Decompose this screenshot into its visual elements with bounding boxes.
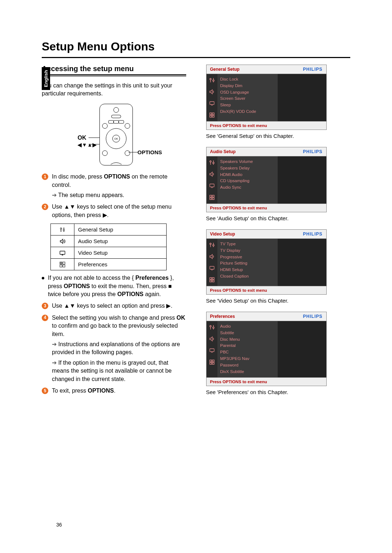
svg-rect-44 — [212, 360, 214, 362]
audio-setup-icon — [51, 235, 74, 247]
osd-item: Sleep — [220, 102, 275, 108]
svg-rect-14 — [60, 251, 65, 254]
svg-rect-38 — [210, 280, 212, 282]
title-rule — [42, 57, 350, 58]
video-setup-icon — [209, 347, 215, 354]
osd-item: Closed Caption — [220, 273, 275, 280]
osd-panel: Audio SetupPHILIPSSpeakers VolumeSpeaker… — [206, 147, 327, 212]
step-badge-5: 5 — [42, 388, 48, 394]
osd-item: TV Display — [220, 247, 275, 254]
osd-items: Speakers VolumeSpeakers DelayHDMI AudioC… — [217, 156, 278, 204]
audio-setup-icon — [209, 336, 215, 342]
svg-rect-46 — [212, 362, 214, 364]
osd-title: Audio Setup — [210, 149, 236, 154]
osd-item: DivX Subtitle — [220, 369, 275, 375]
svg-point-2 — [102, 123, 107, 128]
remote-ok-label: OK — [78, 135, 86, 141]
svg-rect-21 — [210, 102, 214, 105]
remote-illustration: OK OK ◀▼▲▶ OPTIONS — [60, 104, 168, 165]
svg-rect-42 — [210, 349, 214, 352]
svg-point-41 — [213, 327, 214, 328]
osd-item: Picture Setting — [220, 260, 275, 267]
osd-item: TV Type — [220, 241, 275, 247]
svg-point-13 — [63, 229, 65, 231]
osd-item: Display Dim — [220, 83, 275, 89]
philips-logo: PHILIPS — [303, 232, 323, 237]
menu-prefs: Preferences — [74, 259, 167, 270]
audio-setup-icon — [209, 253, 215, 260]
svg-rect-5 — [114, 120, 119, 123]
menu-video: Video Setup — [74, 247, 167, 259]
svg-rect-28 — [210, 184, 214, 187]
menu-audio: Audio Setup — [74, 235, 167, 247]
svg-rect-18 — [63, 265, 65, 267]
language-tab: English — [42, 67, 50, 90]
osd-item: Disc Lock — [220, 76, 275, 83]
philips-logo: PHILIPS — [303, 67, 323, 72]
osd-item: Progressive — [220, 254, 275, 261]
svg-point-19 — [210, 78, 211, 80]
svg-point-40 — [210, 325, 211, 327]
video-setup-icon — [209, 265, 215, 271]
svg-rect-39 — [212, 280, 214, 282]
svg-rect-30 — [212, 195, 214, 197]
osd-item: Screen Saver — [220, 95, 275, 102]
svg-rect-32 — [212, 198, 214, 200]
audio-setup-icon — [209, 89, 215, 95]
osd-item: Parental — [220, 343, 275, 349]
osd-title: General Setup — [210, 67, 240, 72]
general-setup-icon — [209, 242, 215, 248]
step-3: 3 Use ▲▼ keys to select an option and pr… — [42, 302, 186, 310]
svg-rect-6 — [119, 120, 124, 123]
osd-panel: General SetupPHILIPSDisc LockDisplay Dim… — [206, 65, 327, 130]
osd-item: Speakers Delay — [220, 165, 275, 172]
osd-item: Subtitle — [220, 330, 275, 336]
osd-item: HDMI Setup — [220, 267, 275, 273]
osd-caption: See 'Audio Setup' on this Chapter. — [206, 215, 351, 221]
video-setup-icon — [209, 100, 215, 107]
osd-item: Audio Sync — [220, 184, 275, 191]
svg-rect-43 — [210, 360, 212, 362]
svg-point-3 — [125, 123, 130, 128]
menu-table: General Setup Audio Setup Video Setup Pr… — [50, 224, 167, 270]
osd-item: OSD Language — [220, 89, 275, 96]
osd-items: TV TypeTV DisplayProgressivePicture Sett… — [217, 239, 278, 286]
osd-footer: Press OPTIONS to exit menu — [207, 286, 326, 294]
osd-footer: Press OPTIONS to exit menu — [207, 204, 326, 212]
section-heading: Accessing the setup menu — [42, 65, 186, 73]
step-2: 2 Use ▲▼ keys to select one of the setup… — [42, 203, 186, 219]
svg-point-11 — [125, 151, 130, 156]
step-4-sub1: Instructions and explanations of the opt… — [52, 340, 186, 357]
step-4-sub2: If the option in the menu is grayed out,… — [52, 359, 186, 383]
osd-items: AudioSubtitleDisc MenuParentalPBCMP3/JPE… — [217, 321, 278, 377]
osd-item: DivX(R) VOD Code — [220, 108, 275, 115]
audio-setup-icon — [209, 171, 215, 177]
svg-rect-25 — [212, 115, 214, 117]
svg-point-33 — [210, 243, 211, 245]
svg-text:OK: OK — [114, 138, 118, 140]
svg-rect-17 — [60, 265, 62, 267]
step-badge-3: 3 — [42, 303, 48, 309]
general-setup-icon — [51, 224, 74, 235]
general-setup-icon — [209, 159, 215, 166]
osd-title: Video Setup — [210, 232, 235, 237]
svg-point-26 — [210, 161, 211, 162]
osd-caption: See 'Video Setup' on this Chapter. — [206, 298, 351, 304]
preferences-icon — [209, 194, 215, 201]
preferences-note: If you are not able to access the { Pref… — [42, 274, 186, 298]
osd-item: PBC — [220, 349, 275, 356]
preferences-icon — [51, 259, 74, 270]
svg-rect-1 — [111, 115, 121, 118]
osd-item: Disc Menu — [220, 336, 275, 343]
preferences-icon — [209, 276, 215, 283]
svg-rect-31 — [210, 198, 212, 200]
general-setup-icon — [209, 324, 215, 331]
svg-point-10 — [102, 151, 107, 156]
step-1: 1 In disc mode, press OPTIONS on the rem… — [42, 173, 186, 199]
svg-point-12 — [60, 228, 62, 229]
remote-options-label: OPTIONS — [138, 149, 162, 155]
remote-arrows-label: ◀▼▲▶ — [78, 142, 97, 148]
preferences-icon — [209, 112, 215, 118]
osd-item: HDMI Audio — [220, 172, 275, 178]
svg-rect-4 — [109, 120, 114, 123]
